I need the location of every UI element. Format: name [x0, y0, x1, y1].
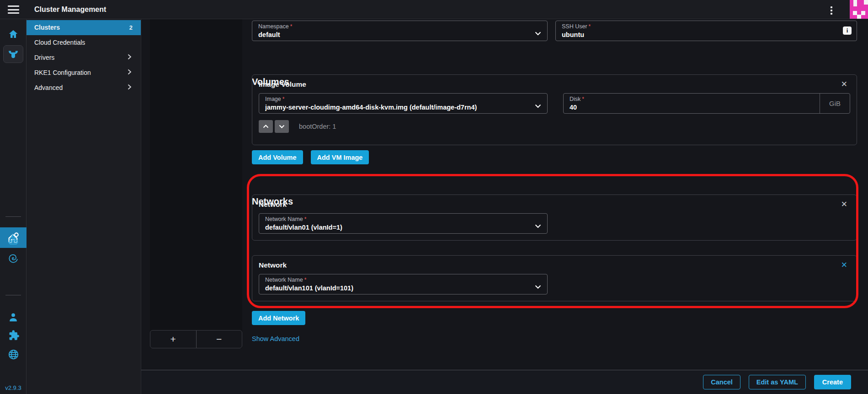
- disk-size-field[interactable]: Disk 40 GiB: [563, 93, 850, 114]
- sidebar-item-drivers[interactable]: Drivers: [27, 50, 141, 65]
- sidebar-item-label: Drivers: [34, 50, 128, 65]
- namespace-select[interactable]: Namespace default: [252, 21, 548, 41]
- add-network-button[interactable]: Add Network: [252, 311, 305, 325]
- show-advanced-link[interactable]: Show Advanced: [252, 335, 299, 342]
- chevron-right-icon: [128, 80, 132, 95]
- panel-title: Image Volume: [259, 80, 850, 89]
- cancel-button[interactable]: Cancel: [703, 375, 740, 389]
- app-window: Cluster Management: [0, 0, 868, 394]
- chevron-down-icon: [535, 29, 541, 37]
- count-badge: 2: [129, 20, 133, 35]
- field-label: Network Name: [265, 277, 529, 284]
- fleet-boat-icon[interactable]: [0, 233, 27, 246]
- field-value: ubuntu: [562, 30, 838, 39]
- sidebar-nav: Clusters 2 Cloud Credentials Drivers RKE…: [27, 19, 141, 394]
- move-up-button[interactable]: [259, 120, 273, 133]
- boot-order-label: bootOrder: 1: [299, 123, 336, 130]
- main-content: + − Namespace default SSH User ubuntu i: [141, 19, 868, 394]
- field-value: default/vlan01 (vlanId=1): [265, 223, 529, 232]
- namespace-sshuser-row: Namespace default SSH User ubuntu i: [252, 21, 857, 41]
- spiral-cluster-icon[interactable]: [0, 252, 27, 264]
- image-volume-panel: Image Volume ✕ Image jammy-server-cloudi…: [252, 74, 857, 145]
- panel-title: Network: [259, 261, 850, 269]
- field-value: default/vlan101 (vlanId=101): [265, 284, 529, 293]
- version-label: v2.9.3: [0, 384, 27, 391]
- volume-buttons-row: Add Volume Add VM Image: [252, 150, 369, 164]
- unit-suffix: GiB: [820, 94, 850, 113]
- network-name-select-1[interactable]: Network Name default/vlan01 (vlanId=1): [259, 213, 548, 234]
- sidebar-item-label: Advanced: [34, 80, 128, 95]
- add-volume-button[interactable]: Add Volume: [252, 150, 303, 164]
- sidebar-item-cloud-credentials[interactable]: Cloud Credentials: [27, 35, 141, 50]
- canvas-zoom-control: + −: [150, 330, 242, 348]
- image-select[interactable]: Image jammy-server-cloudimg-amd64-disk-k…: [259, 93, 548, 114]
- move-down-button[interactable]: [275, 120, 289, 133]
- create-button[interactable]: Create: [814, 375, 851, 389]
- field-label: SSH User: [562, 23, 838, 30]
- add-vm-image-button[interactable]: Add VM Image: [311, 150, 369, 164]
- top-bar: Cluster Management: [0, 0, 868, 19]
- rail-divider: [5, 216, 21, 217]
- page-title: Cluster Management: [34, 0, 106, 19]
- sidebar-item-rke1-configuration[interactable]: RKE1 Configuration: [27, 65, 141, 80]
- sidebar-item-label: Clusters: [34, 20, 129, 35]
- kebab-menu-icon[interactable]: [828, 5, 835, 14]
- field-value: 40: [570, 103, 813, 112]
- remove-network-icon[interactable]: ✕: [841, 261, 847, 269]
- users-icon[interactable]: [0, 311, 27, 323]
- field-label: Image: [265, 96, 529, 103]
- ssh-user-field[interactable]: SSH User ubuntu i: [555, 21, 857, 41]
- panel-title: Network: [259, 200, 850, 209]
- field-value: default: [258, 30, 529, 39]
- chevron-right-icon: [128, 50, 132, 65]
- network-buttons-row: Add Network: [252, 311, 305, 325]
- sidebar-item-label: Cloud Credentials: [34, 35, 133, 50]
- zoom-in-button[interactable]: +: [150, 331, 197, 348]
- field-label: Namespace: [258, 23, 529, 30]
- boot-order-row: bootOrder: 1: [259, 120, 850, 133]
- sidebar-item-clusters[interactable]: Clusters 2: [27, 20, 141, 35]
- field-label: Disk: [570, 96, 813, 103]
- extensions-puzzle-icon[interactable]: [0, 329, 27, 341]
- chevron-down-icon: [535, 222, 541, 230]
- home-icon[interactable]: [0, 29, 27, 40]
- remove-volume-icon[interactable]: ✕: [841, 80, 847, 89]
- field-label: Network Name: [265, 216, 529, 223]
- remove-network-icon[interactable]: ✕: [841, 200, 847, 209]
- network-panel-2: Network ✕ Network Name default/vlan101 (…: [252, 255, 857, 301]
- field-value: jammy-server-cloudimg-amd64-disk-kvm.img…: [265, 103, 529, 112]
- edit-as-yaml-button[interactable]: Edit as YAML: [749, 375, 806, 389]
- chevron-down-icon: [535, 283, 541, 291]
- form-footer: Cancel Edit as YAML Create: [141, 370, 868, 394]
- cluster-manager-bull-icon[interactable]: [3, 45, 23, 63]
- hamburger-menu-icon[interactable]: [8, 5, 19, 14]
- pool-graph-canvas: + −: [150, 19, 242, 348]
- globe-icon[interactable]: [0, 348, 27, 361]
- sidebar-item-label: RKE1 Configuration: [34, 65, 128, 80]
- image-disk-row: Image jammy-server-cloudimg-amd64-disk-k…: [259, 89, 850, 114]
- app-icon-rail: v2.9.3: [0, 19, 27, 394]
- info-tooltip-icon[interactable]: i: [843, 26, 852, 35]
- zoom-out-button[interactable]: −: [197, 331, 242, 348]
- network-name-select-2[interactable]: Network Name default/vlan101 (vlanId=101…: [259, 274, 548, 294]
- chevron-down-icon: [535, 102, 541, 110]
- rail-divider: [5, 295, 21, 295]
- sidebar-item-advanced[interactable]: Advanced: [27, 80, 141, 95]
- user-avatar[interactable]: [850, 0, 868, 19]
- network-panel-1: Network ✕ Network Name default/vlan01 (v…: [252, 194, 857, 241]
- chevron-right-icon: [128, 65, 132, 80]
